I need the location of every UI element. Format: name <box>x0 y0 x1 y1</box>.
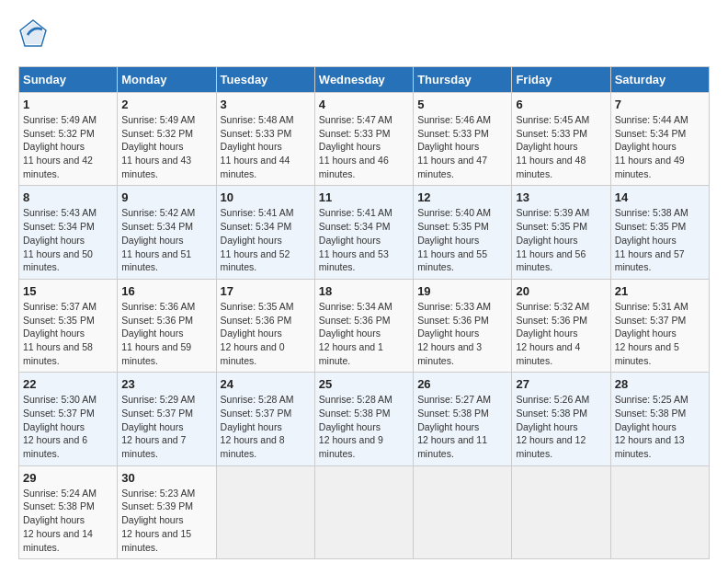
day-info: Sunrise: 5:27 AMSunset: 5:38 PMDaylight … <box>417 393 507 460</box>
day-info: Sunrise: 5:26 AMSunset: 5:38 PMDaylight … <box>516 393 606 460</box>
day-info: Sunrise: 5:39 AMSunset: 5:35 PMDaylight … <box>516 206 606 273</box>
day-number: 25 <box>319 377 409 391</box>
day-info: Sunrise: 5:40 AMSunset: 5:35 PMDaylight … <box>417 206 507 273</box>
calendar-week-row: 29Sunrise: 5:24 AMSunset: 5:38 PMDayligh… <box>19 465 710 558</box>
day-info: Sunrise: 5:37 AMSunset: 5:35 PMDaylight … <box>23 300 113 367</box>
calendar-cell: 19Sunrise: 5:33 AMSunset: 5:36 PMDayligh… <box>414 279 512 372</box>
calendar-cell: 29Sunrise: 5:24 AMSunset: 5:38 PMDayligh… <box>19 465 118 558</box>
day-info: Sunrise: 5:25 AMSunset: 5:38 PMDaylight … <box>615 393 705 460</box>
calendar-cell: 27Sunrise: 5:26 AMSunset: 5:38 PMDayligh… <box>512 373 610 465</box>
calendar-cell: 3Sunrise: 5:48 AMSunset: 5:33 PMDaylight… <box>216 93 314 186</box>
day-number: 28 <box>615 377 705 391</box>
day-number: 2 <box>121 98 211 111</box>
calendar-cell: 1Sunrise: 5:49 AMSunset: 5:32 PMDaylight… <box>19 93 118 186</box>
day-number: 23 <box>121 377 211 391</box>
calendar-cell: 21Sunrise: 5:31 AMSunset: 5:37 PMDayligh… <box>610 279 709 372</box>
calendar-table: SundayMondayTuesdayWednesdayThursdayFrid… <box>18 66 710 559</box>
day-info: Sunrise: 5:29 AMSunset: 5:37 PMDaylight … <box>121 393 211 460</box>
day-number: 4 <box>319 98 409 111</box>
calendar-cell: 20Sunrise: 5:32 AMSunset: 5:36 PMDayligh… <box>512 279 610 372</box>
day-info: Sunrise: 5:28 AMSunset: 5:37 PMDaylight … <box>221 393 311 460</box>
day-info: Sunrise: 5:41 AMSunset: 5:34 PMDaylight … <box>319 206 409 273</box>
calendar-cell <box>414 465 512 558</box>
calendar-cell: 7Sunrise: 5:44 AMSunset: 5:34 PMDaylight… <box>610 93 709 186</box>
calendar-week-row: 1Sunrise: 5:49 AMSunset: 5:32 PMDaylight… <box>19 93 710 186</box>
day-number: 26 <box>417 377 507 391</box>
day-info: Sunrise: 5:42 AMSunset: 5:34 PMDaylight … <box>121 206 211 273</box>
day-number: 22 <box>23 377 113 391</box>
day-info: Sunrise: 5:35 AMSunset: 5:36 PMDaylight … <box>221 300 311 367</box>
day-number: 30 <box>121 471 211 485</box>
day-number: 21 <box>615 284 705 298</box>
calendar-cell: 14Sunrise: 5:38 AMSunset: 5:35 PMDayligh… <box>610 186 709 279</box>
calendar-cell <box>314 465 413 558</box>
calendar-cell: 8Sunrise: 5:43 AMSunset: 5:34 PMDaylight… <box>19 186 118 279</box>
day-number: 3 <box>221 98 311 111</box>
day-info: Sunrise: 5:48 AMSunset: 5:33 PMDaylight … <box>221 113 311 180</box>
calendar-cell: 17Sunrise: 5:35 AMSunset: 5:36 PMDayligh… <box>216 279 314 372</box>
calendar-cell <box>610 465 709 558</box>
day-number: 20 <box>516 284 606 298</box>
col-header-tuesday: Tuesday <box>216 67 314 93</box>
day-info: Sunrise: 5:44 AMSunset: 5:34 PMDaylight … <box>615 113 705 180</box>
calendar-cell: 2Sunrise: 5:49 AMSunset: 5:32 PMDaylight… <box>118 93 216 186</box>
day-info: Sunrise: 5:46 AMSunset: 5:33 PMDaylight … <box>417 113 507 180</box>
logo-icon <box>18 18 48 48</box>
day-number: 14 <box>615 190 705 204</box>
calendar-week-row: 8Sunrise: 5:43 AMSunset: 5:34 PMDaylight… <box>19 186 710 279</box>
day-number: 10 <box>221 190 311 204</box>
svg-marker-0 <box>22 22 44 44</box>
day-info: Sunrise: 5:45 AMSunset: 5:33 PMDaylight … <box>516 113 606 180</box>
day-number: 6 <box>516 98 606 111</box>
calendar-cell <box>512 465 610 558</box>
day-info: Sunrise: 5:23 AMSunset: 5:39 PMDaylight … <box>121 487 211 554</box>
page-header <box>18 18 710 52</box>
calendar-cell: 30Sunrise: 5:23 AMSunset: 5:39 PMDayligh… <box>118 465 216 558</box>
day-number: 17 <box>221 284 311 298</box>
calendar-cell: 24Sunrise: 5:28 AMSunset: 5:37 PMDayligh… <box>216 373 314 465</box>
day-number: 5 <box>417 98 507 111</box>
calendar-cell: 11Sunrise: 5:41 AMSunset: 5:34 PMDayligh… <box>314 186 413 279</box>
calendar-cell: 25Sunrise: 5:28 AMSunset: 5:38 PMDayligh… <box>314 373 413 465</box>
calendar-cell: 18Sunrise: 5:34 AMSunset: 5:36 PMDayligh… <box>314 279 413 372</box>
calendar-cell: 6Sunrise: 5:45 AMSunset: 5:33 PMDaylight… <box>512 93 610 186</box>
day-number: 27 <box>516 377 606 391</box>
day-info: Sunrise: 5:33 AMSunset: 5:36 PMDaylight … <box>417 300 507 367</box>
calendar-cell: 13Sunrise: 5:39 AMSunset: 5:35 PMDayligh… <box>512 186 610 279</box>
day-number: 1 <box>23 98 113 111</box>
col-header-wednesday: Wednesday <box>314 67 413 93</box>
day-info: Sunrise: 5:41 AMSunset: 5:34 PMDaylight … <box>221 206 311 273</box>
day-number: 24 <box>221 377 311 391</box>
calendar-cell: 10Sunrise: 5:41 AMSunset: 5:34 PMDayligh… <box>216 186 314 279</box>
col-header-monday: Monday <box>118 67 216 93</box>
calendar-cell: 5Sunrise: 5:46 AMSunset: 5:33 PMDaylight… <box>414 93 512 186</box>
day-info: Sunrise: 5:34 AMSunset: 5:36 PMDaylight … <box>319 300 409 367</box>
calendar-cell: 4Sunrise: 5:47 AMSunset: 5:33 PMDaylight… <box>314 93 413 186</box>
day-info: Sunrise: 5:32 AMSunset: 5:36 PMDaylight … <box>516 300 606 367</box>
day-info: Sunrise: 5:38 AMSunset: 5:35 PMDaylight … <box>615 206 705 273</box>
day-info: Sunrise: 5:31 AMSunset: 5:37 PMDaylight … <box>615 300 705 367</box>
day-number: 16 <box>121 284 211 298</box>
calendar-cell: 15Sunrise: 5:37 AMSunset: 5:35 PMDayligh… <box>19 279 118 372</box>
col-header-sunday: Sunday <box>19 67 118 93</box>
logo <box>18 18 51 52</box>
col-header-thursday: Thursday <box>414 67 512 93</box>
day-number: 19 <box>417 284 507 298</box>
day-number: 18 <box>319 284 409 298</box>
day-number: 7 <box>615 98 705 111</box>
day-info: Sunrise: 5:49 AMSunset: 5:32 PMDaylight … <box>121 113 211 180</box>
day-info: Sunrise: 5:36 AMSunset: 5:36 PMDaylight … <box>121 300 211 367</box>
day-info: Sunrise: 5:43 AMSunset: 5:34 PMDaylight … <box>23 206 113 273</box>
calendar-cell: 26Sunrise: 5:27 AMSunset: 5:38 PMDayligh… <box>414 373 512 465</box>
day-info: Sunrise: 5:28 AMSunset: 5:38 PMDaylight … <box>319 393 409 460</box>
day-number: 9 <box>121 190 211 204</box>
day-number: 15 <box>23 284 113 298</box>
day-info: Sunrise: 5:24 AMSunset: 5:38 PMDaylight … <box>23 487 113 554</box>
calendar-cell: 23Sunrise: 5:29 AMSunset: 5:37 PMDayligh… <box>118 373 216 465</box>
calendar-cell: 9Sunrise: 5:42 AMSunset: 5:34 PMDaylight… <box>118 186 216 279</box>
calendar-week-row: 15Sunrise: 5:37 AMSunset: 5:35 PMDayligh… <box>19 279 710 372</box>
calendar-header-row: SundayMondayTuesdayWednesdayThursdayFrid… <box>19 67 710 93</box>
day-number: 11 <box>319 190 409 204</box>
col-header-saturday: Saturday <box>610 67 709 93</box>
day-number: 12 <box>417 190 507 204</box>
